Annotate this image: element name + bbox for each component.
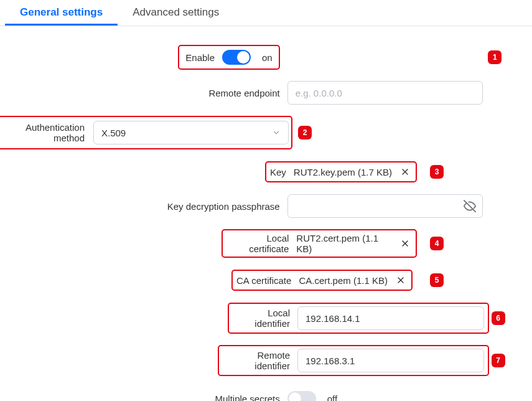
local-cert-file-name: RUT2.cert.pem (1.1 KB) (296, 233, 393, 254)
remote-endpoint-label: Remote endpoint (6, 88, 287, 98)
key-group: Key RUT2.key.pem (1.7 KB) (265, 161, 417, 182)
ca-cert-group: CA certificate CA.cert.pem (1.1 KB) (231, 270, 413, 291)
badge-7: 7 (492, 354, 505, 367)
ca-cert-remove-button[interactable] (394, 273, 408, 287)
local-cert-remove-button[interactable] (399, 237, 412, 250)
enable-toggle[interactable] (222, 50, 251, 65)
local-cert-label: Local certificate (226, 233, 296, 254)
chevron-down-icon (272, 128, 281, 137)
key-file-name: RUT2.key.pem (1.7 KB) (294, 167, 392, 177)
local-id-group: Local identifier (228, 303, 489, 334)
ca-cert-file-name: CA.cert.pem (1.1 KB) (299, 275, 388, 286)
local-id-input[interactable] (297, 306, 484, 330)
multiple-secrets-label: Multiple secrets (6, 394, 287, 402)
remote-id-label: Remote identifier (225, 350, 297, 371)
badge-1: 1 (488, 50, 502, 64)
tab-general[interactable]: General settings (5, 0, 118, 26)
settings-form: Enable on 1 Remote endpoint Authenticati… (0, 26, 532, 401)
enable-toggle-state: on (262, 52, 273, 63)
enable-group: Enable on (178, 45, 279, 70)
remote-endpoint-input[interactable] (287, 81, 483, 105)
local-cert-group: Local certificate RUT2.cert.pem (1.1 KB) (222, 229, 417, 258)
tabs-bar: General settings Advanced settings (0, 0, 532, 26)
multiple-secrets-toggle[interactable] (287, 391, 316, 401)
ca-cert-label: CA certificate (236, 275, 299, 286)
reveal-password-button[interactable] (463, 199, 477, 213)
enable-label: Enable (185, 52, 222, 63)
badge-3: 3 (430, 165, 444, 179)
auth-method-value: X.509 (101, 128, 126, 138)
remote-id-input[interactable] (297, 349, 484, 372)
badge-2: 2 (298, 126, 312, 139)
key-label: Key (270, 167, 294, 177)
auth-method-group: Authentication method X.509 (0, 116, 292, 149)
remote-id-group: Remote identifier (218, 345, 489, 376)
auth-method-select[interactable]: X.509 (93, 121, 289, 144)
badge-6: 6 (492, 311, 505, 325)
multiple-secrets-state: off (327, 394, 337, 402)
key-pass-label: Key decryption passphrase (6, 201, 287, 212)
key-pass-input[interactable] (287, 194, 483, 218)
badge-4: 4 (430, 237, 444, 250)
local-id-label: Local identifier (235, 308, 297, 329)
tab-advanced[interactable]: Advanced settings (118, 0, 234, 26)
badge-5: 5 (430, 273, 444, 287)
auth-method-label: Authentication method (0, 122, 92, 143)
key-remove-button[interactable] (398, 165, 412, 179)
